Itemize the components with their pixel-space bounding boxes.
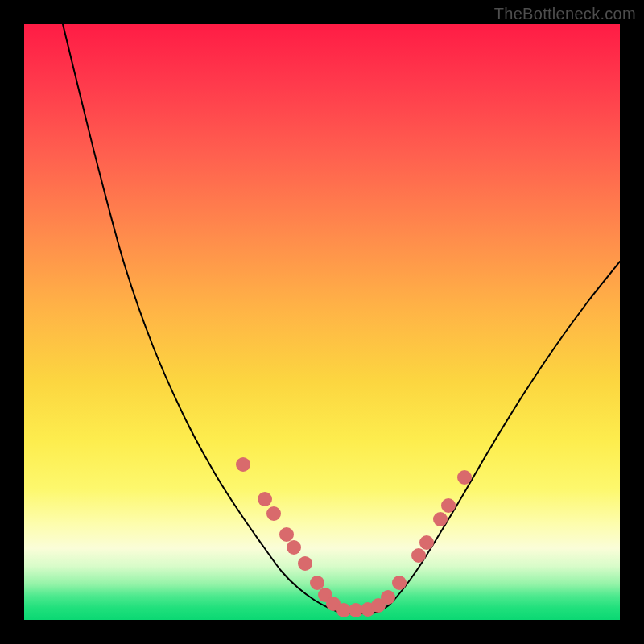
dots-group bbox=[236, 457, 472, 617]
highlight-dot bbox=[287, 540, 301, 555]
chart-frame: TheBottleneck.com bbox=[0, 0, 644, 644]
highlight-dot bbox=[310, 576, 324, 590]
highlight-dot bbox=[298, 556, 312, 571]
highlight-dot bbox=[258, 492, 272, 506]
highlight-dot bbox=[279, 527, 294, 542]
highlight-dot bbox=[457, 470, 472, 485]
highlight-dot bbox=[433, 512, 448, 526]
highlight-dot bbox=[411, 548, 426, 563]
plot-area bbox=[24, 24, 620, 620]
chart-svg bbox=[24, 24, 620, 620]
curve-group bbox=[63, 24, 620, 613]
highlight-dot bbox=[381, 590, 395, 605]
highlight-dot bbox=[419, 535, 434, 550]
highlight-dot bbox=[441, 498, 456, 513]
highlight-dot bbox=[236, 457, 250, 472]
highlight-dot bbox=[266, 506, 281, 521]
curve-left bbox=[63, 24, 338, 612]
highlight-dot bbox=[392, 576, 407, 590]
watermark-text: TheBottleneck.com bbox=[494, 5, 636, 23]
